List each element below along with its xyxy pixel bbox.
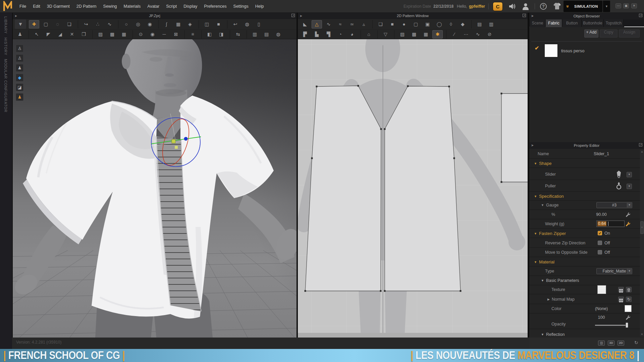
opacity-wrench-icon[interactable]	[626, 315, 631, 320]
curve-garment-tool[interactable]: ◢	[55, 30, 65, 39]
show-avatar-toggle[interactable]: ♟	[16, 64, 23, 72]
menu-settings[interactable]: Settings	[230, 0, 252, 13]
free-sew-tool[interactable]: ▙	[312, 30, 322, 39]
segment-sew-tool[interactable]: ▛	[300, 30, 310, 39]
viewport-3d[interactable]: ➤ JP.Zprj ↗ ▼✚▢◌❏↪∴∿○◎◉∫▦◈◫■↩◍▯ ♟↖◤◢✕❒▨▩…	[13, 13, 297, 338]
rail-tab-modular-configurator[interactable]: MODULAR CONFIGURATOR	[4, 59, 8, 113]
show-fabric-toggle[interactable]: ◆	[16, 74, 23, 81]
gauge-dropdown-arrow-icon[interactable]: ▼	[627, 203, 632, 207]
menu-display[interactable]: Display	[180, 0, 201, 13]
line-tool[interactable]: ∕	[449, 30, 460, 39]
color-swatch[interactable]	[625, 305, 632, 312]
vest-tool[interactable]: ■	[213, 20, 224, 28]
button-line-tool[interactable]: ─	[159, 30, 169, 39]
split-view-icon[interactable]: ◫	[598, 341, 605, 346]
opacity-slider-handle[interactable]	[626, 322, 628, 328]
menu-avatar[interactable]: Avatar	[144, 0, 163, 13]
show-shadow-toggle[interactable]: ◪	[16, 83, 23, 91]
polygon-tool[interactable]: ❏	[375, 20, 386, 28]
rail-tab-library[interactable]: LIBRARY	[4, 16, 8, 34]
sew-timer-tool[interactable]: ◔	[335, 30, 345, 39]
specification-section[interactable]: ▼Specification	[534, 193, 564, 198]
garment-arrow-tool[interactable]: ↪	[81, 20, 91, 28]
panel-left-tool[interactable]: ◧	[204, 30, 215, 39]
close-button[interactable]: ✕	[631, 3, 637, 8]
fold-garment-tool[interactable]: ❒	[78, 30, 89, 39]
menu-help[interactable]: Help	[252, 0, 267, 13]
mesh-tool[interactable]: ▦	[173, 20, 183, 28]
sync-icon[interactable]: ↻	[634, 340, 638, 345]
texture-shirt-tool[interactable]: ▩	[107, 30, 117, 39]
spray-tool[interactable]: ▨	[95, 30, 106, 39]
opacity-slider-track[interactable]	[595, 325, 628, 326]
checker-tool[interactable]: ▩	[409, 30, 419, 39]
restore-button[interactable]: ▣	[623, 3, 629, 8]
normal-map-reload-icon[interactable]: ↻	[626, 297, 632, 302]
add-point-tool[interactable]: ≃	[347, 20, 357, 28]
texture-browse-icon[interactable]	[618, 287, 624, 292]
scroll-up-icon[interactable]: ▲	[640, 150, 644, 153]
copy-button[interactable]: Copy	[600, 29, 618, 38]
fasten-zipper-checkbox[interactable]: ✓	[598, 231, 602, 235]
edit-curve-point-tool[interactable]: ≈	[335, 20, 345, 28]
reflection-section[interactable]: ▼Reflection	[541, 332, 565, 337]
viewport-2d[interactable]: ➤ 2D Pattern Window ↗ ◣△∿≈≃▵❏■●▢▣◯◊◆▤▥ ▛…	[298, 13, 528, 338]
slider-dropdown[interactable]: ▼	[627, 172, 632, 177]
weight-wrench-icon[interactable]	[626, 222, 631, 227]
page-flip-tool[interactable]: ❏	[64, 20, 74, 28]
garment-pin-tool[interactable]: ◉	[145, 20, 155, 28]
opacity-value[interactable]: 100	[583, 315, 620, 320]
measure-shirt-tool[interactable]: ▥	[250, 30, 260, 39]
property-editor-scrollbar[interactable]: ▲ ≡ ▼	[640, 149, 644, 337]
lasso-select-tool[interactable]: ◌	[52, 20, 63, 28]
puller-dropdown[interactable]: ▼	[627, 184, 632, 189]
shield-tool[interactable]: ◆	[458, 20, 468, 28]
weight-input[interactable]: 0.64	[596, 221, 625, 227]
material-section[interactable]: ▼Material	[534, 259, 554, 264]
shirt-tool[interactable]: ▽	[380, 30, 391, 39]
percent-wrench-icon[interactable]	[626, 212, 631, 217]
pleat-sew-tool[interactable]: ▥	[486, 20, 496, 28]
fabric-item-label[interactable]: tissus perso	[561, 48, 584, 53]
curve-dots-tool[interactable]: ∿	[473, 30, 483, 39]
trace-tool[interactable]: ▵	[359, 20, 369, 28]
tab-scene[interactable]: Scene	[530, 19, 545, 27]
rounded-rect-tool[interactable]: ▣	[422, 20, 433, 28]
assign-button[interactable]: Assign	[619, 29, 640, 38]
layer-garments-tool[interactable]: ◫	[202, 20, 212, 28]
ruler-tool[interactable]: ▯	[254, 20, 264, 28]
drop-tool[interactable]: ▼	[15, 19, 26, 29]
measure-shirt2-tool[interactable]: ▤	[261, 30, 272, 39]
rail-tab-history[interactable]: HISTORY	[4, 38, 8, 55]
cross-curve-tool[interactable]: ✕	[67, 30, 77, 39]
speaker-icon[interactable]	[508, 3, 516, 10]
move-gizmo-tool[interactable]: ✚	[29, 20, 39, 28]
view-3d-icon[interactable]: 3D	[608, 341, 614, 346]
tab-buttonhole[interactable]: Buttonhole	[582, 19, 604, 27]
normal-map-browse-icon[interactable]	[618, 297, 624, 302]
scrollbar-thumb[interactable]: ≡	[640, 221, 644, 234]
viewport-3d-popout-icon[interactable]: ↗	[291, 14, 295, 17]
spray-2d-tool[interactable]: ▨	[397, 30, 408, 39]
menu-script[interactable]: Script	[163, 0, 180, 13]
gauge-dropdown[interactable]: #3▼	[596, 202, 632, 208]
zipper-tool[interactable]: ≡	[187, 30, 198, 39]
property-editor-arrow-icon[interactable]: ➤	[531, 142, 534, 149]
garment-wave-tool[interactable]: ∿	[104, 20, 115, 28]
multi-sew-tool[interactable]: ▜	[323, 30, 334, 39]
view-2d-icon[interactable]: 2D	[618, 341, 624, 346]
property-editor-popout-icon[interactable]: ↗	[639, 143, 642, 146]
texture-swatch[interactable]	[597, 285, 606, 294]
button-tool[interactable]: ⊙	[136, 30, 146, 39]
show-garment-toggle[interactable]: ♙	[16, 45, 23, 52]
tab-fabric[interactable]: Fabric	[546, 19, 562, 27]
edit-pattern-tool[interactable]: △	[312, 20, 322, 28]
object-browser-arrow-icon[interactable]: ➤	[531, 13, 534, 19]
type-dropdown-arrow-icon[interactable]: ▼	[627, 269, 632, 274]
app-logo-icon[interactable]	[2, 1, 14, 12]
name-value[interactable]: Slider_1	[583, 152, 620, 156]
percent-value[interactable]: 90.00	[583, 212, 620, 217]
checker2-tool[interactable]: ▦	[421, 30, 431, 39]
clo-badge-icon[interactable]: C	[493, 2, 503, 11]
reverse-zip-checkbox[interactable]	[598, 241, 602, 245]
